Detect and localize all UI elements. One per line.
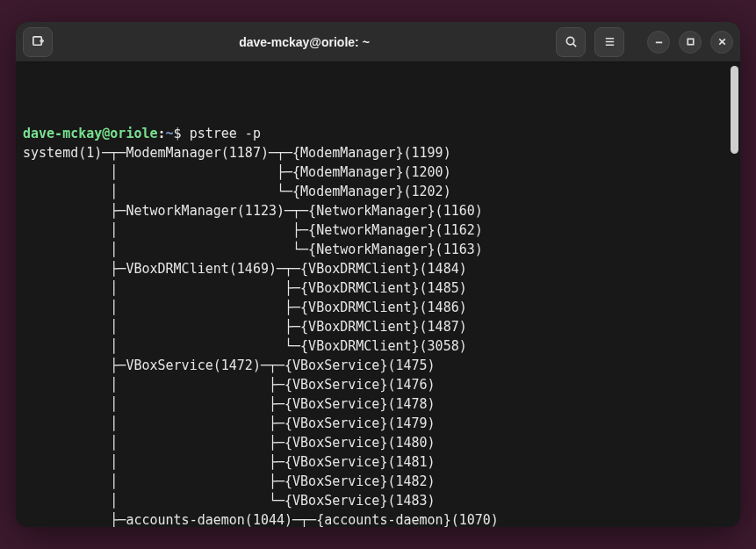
output-line: ├─VBoxService(1472)─┬─{VBoxService}(1475…	[23, 356, 733, 375]
output-line: ├─NetworkManager(1123)─┬─{NetworkManager…	[23, 201, 733, 220]
prompt-sigil: $	[174, 126, 182, 141]
prompt-userhost: dave-mckay@oriole	[23, 126, 158, 141]
titlebar-right	[556, 27, 733, 57]
output-line: ├─accounts-daemon(1044)─┬─{accounts-daem…	[23, 510, 733, 527]
prompt-path: ~	[166, 126, 174, 141]
window-title: dave-mckay@oriole: ~	[53, 35, 556, 49]
scrollbar-thumb[interactable]	[731, 66, 738, 154]
terminal-content[interactable]: dave-mckay@oriole:~$ pstree -psystemd(1)…	[16, 62, 740, 527]
terminal-window: dave-mckay@oriole: ~ dave-mckay@oriole:~…	[16, 22, 740, 527]
prompt-colon: :	[158, 126, 166, 141]
new-tab-button[interactable]	[23, 27, 53, 57]
output-line: │ ├─{VBoxService}(1480)	[23, 433, 733, 452]
minimize-button[interactable]	[647, 31, 670, 54]
output-line: │ ├─{VBoxService}(1478)	[23, 394, 733, 414]
output-line: │ └─{VBoxService}(1483)	[23, 491, 733, 510]
search-button[interactable]	[556, 27, 586, 57]
output-line: │ ├─{VBoxDRMClient}(1487)	[23, 317, 733, 336]
svg-line-4	[572, 44, 575, 47]
hamburger-menu-button[interactable]	[594, 27, 624, 57]
output-line: │ ├─{VBoxService}(1481)	[23, 452, 733, 472]
svg-point-3	[566, 37, 573, 44]
close-button[interactable]	[710, 31, 733, 54]
output-line: │ └─{VBoxDRMClient}(3058)	[23, 336, 733, 356]
output-line: │ ├─{VBoxService}(1482)	[23, 472, 733, 491]
output-line: │ ├─{VBoxService}(1479)	[23, 414, 733, 433]
output-line: │ ├─{VBoxService}(1476)	[23, 375, 733, 394]
output-line: │ ├─{VBoxDRMClient}(1485)	[23, 278, 733, 298]
output-line: │ └─{ModemManager}(1202)	[23, 182, 733, 201]
maximize-button[interactable]	[679, 31, 702, 54]
titlebar: dave-mckay@oriole: ~	[16, 22, 740, 62]
output-line: systemd(1)─┬─ModemManager(1187)─┬─{Modem…	[23, 143, 733, 163]
pstree-output: systemd(1)─┬─ModemManager(1187)─┬─{Modem…	[23, 143, 733, 527]
prompt-line: dave-mckay@oriole:~$ pstree -p	[23, 124, 733, 143]
output-line: ├─VBoxDRMClient(1469)─┬─{VBoxDRMClient}(…	[23, 259, 733, 278]
titlebar-left	[23, 27, 53, 57]
output-line: │ ├─{VBoxDRMClient}(1486)	[23, 298, 733, 317]
output-line: │ ├─{ModemManager}(1200)	[23, 163, 733, 182]
command-text: pstree -p	[190, 126, 261, 141]
output-line: │ └─{NetworkManager}(1163)	[23, 240, 733, 259]
svg-rect-9	[688, 39, 693, 44]
output-line: │ ├─{NetworkManager}(1162)	[23, 220, 733, 240]
